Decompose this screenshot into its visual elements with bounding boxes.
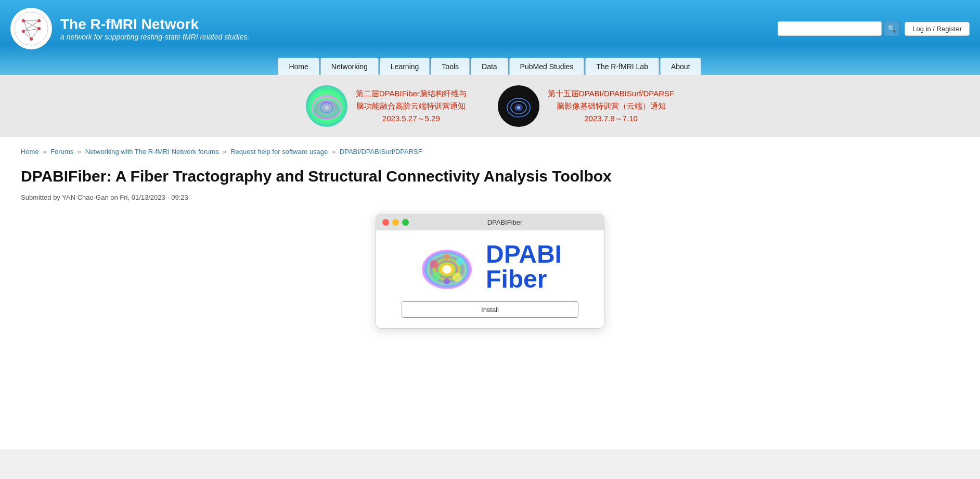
nav-bar: Home Networking Learning Tools Data PubM… (10, 56, 970, 75)
fiber-label: Fiber (486, 267, 547, 292)
svg-point-8 (22, 19, 25, 22)
site-title-area: The R-fMRI Network a network for support… (60, 16, 249, 41)
breadcrumb-dpabi[interactable]: DPABI/DPABISurf/DPARSF (340, 148, 422, 156)
search-box: 🔍 (778, 21, 899, 36)
banner-item-1[interactable]: 第二届DPABIFiber脑结构纤维与脑功能融合高阶云端特训营通知2023.5.… (306, 85, 467, 127)
svg-point-29 (456, 258, 463, 265)
svg-point-18 (317, 103, 336, 116)
nav-item-pubmed[interactable]: PubMed Studies (509, 58, 585, 75)
window-minimize-button[interactable] (392, 219, 399, 226)
main-content: Home » Forums » Networking with The R-fM… (0, 137, 980, 449)
banner-text-1: 第二届DPABIFiber脑结构纤维与脑功能融合高阶云端特训营通知2023.5.… (356, 87, 467, 125)
install-button[interactable]: Install (402, 301, 578, 318)
app-window: DPABIFiber (376, 214, 604, 329)
svg-point-10 (30, 37, 33, 41)
sep-2: » (78, 148, 81, 156)
nav-item-networking[interactable]: Networking (320, 58, 379, 75)
brain-icon (418, 241, 475, 293)
nav-item-rfmrilab[interactable]: The R-fMRI Lab (585, 58, 659, 75)
breadcrumb-networking-forums[interactable]: Networking with The R-fMRI Network forum… (85, 148, 219, 156)
breadcrumb-forums[interactable]: Forums (50, 148, 73, 156)
svg-point-23 (517, 106, 520, 109)
window-maximize-button[interactable] (402, 219, 409, 226)
svg-point-28 (430, 260, 438, 268)
svg-point-31 (432, 272, 441, 280)
svg-point-33 (444, 278, 450, 284)
search-input[interactable] (778, 21, 882, 36)
article-meta: Submitted by YAN Chao-Gan on Fri, 01/13/… (21, 193, 959, 201)
nav-item-about[interactable]: About (660, 58, 701, 75)
banner-image-1 (306, 85, 347, 127)
window-titlebar: DPABIFiber (376, 214, 604, 230)
header-top: The R-fMRI Network a network for support… (10, 8, 970, 56)
article-title: DPABIFiber: A Fiber Tractography and Str… (21, 166, 959, 186)
search-button[interactable]: 🔍 (884, 21, 899, 36)
login-button[interactable]: Log in / Register (905, 22, 970, 36)
sep-1: » (43, 148, 46, 156)
sep-3: » (223, 148, 226, 156)
banner-section: 第二届DPABIFiber脑结构纤维与脑功能融合高阶云端特训营通知2023.5.… (0, 75, 980, 137)
site-title: The R-fMRI Network (60, 16, 249, 33)
page-header: The R-fMRI Network a network for support… (0, 0, 980, 75)
dpabi-label: DPABI (486, 242, 562, 267)
site-subtitle: a network for supporting resting-state f… (60, 33, 249, 41)
svg-point-11 (22, 30, 25, 33)
app-logo-area: DPABI Fiber (418, 241, 562, 293)
window-body: DPABI Fiber Install (376, 230, 604, 328)
sep-4: » (332, 148, 336, 156)
nav-item-learning[interactable]: Learning (380, 58, 430, 75)
nav-item-home[interactable]: Home (278, 58, 319, 75)
breadcrumb-home[interactable]: Home (21, 148, 39, 156)
banner-item-2[interactable]: 第十五届DPABI/DPABISurf/DPARSF脑影像基础特训营（云端）通知… (498, 85, 674, 127)
window-close-button[interactable] (382, 219, 389, 226)
window-title: DPABIFiber (412, 218, 598, 226)
banner-text-2: 第十五届DPABI/DPABISurf/DPARSF脑影像基础特训营（云端）通知… (548, 87, 674, 125)
banner-image-2 (498, 85, 539, 127)
nav-item-data[interactable]: Data (471, 58, 508, 75)
header-right: 🔍 Log in / Register (778, 21, 970, 36)
breadcrumb-request-help[interactable]: Request help for software usage (230, 148, 328, 156)
breadcrumb: Home » Forums » Networking with The R-fM… (21, 148, 959, 156)
svg-point-32 (444, 253, 450, 260)
logo-area: The R-fMRI Network a network for support… (10, 8, 249, 49)
site-logo (10, 8, 52, 49)
svg-point-9 (37, 27, 41, 30)
svg-point-30 (453, 273, 462, 282)
nav-item-tools[interactable]: Tools (431, 58, 470, 75)
svg-point-12 (37, 19, 41, 22)
svg-point-27 (443, 265, 451, 274)
